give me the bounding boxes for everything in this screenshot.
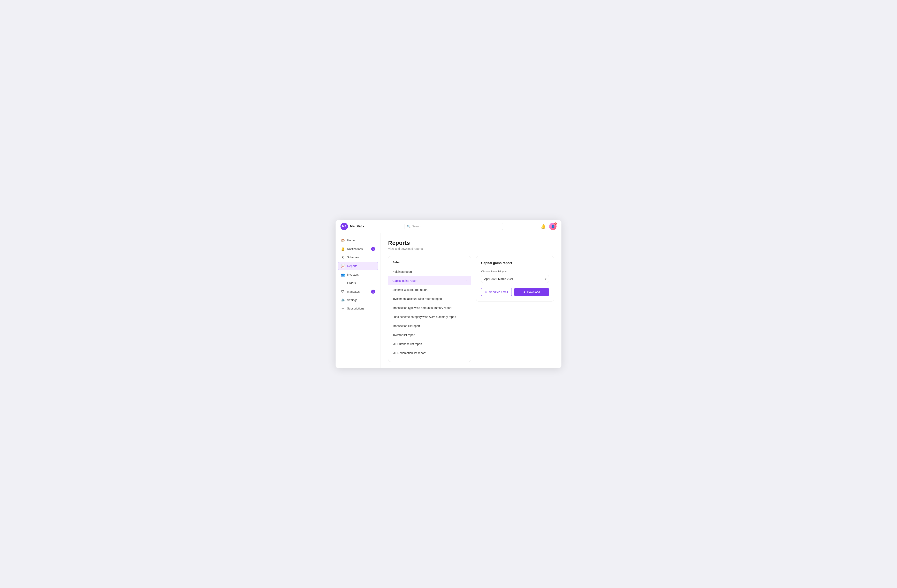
report-item-investment-account[interactable]: Investment account wise returns report (388, 294, 471, 303)
schemes-icon: ₹ (341, 255, 344, 260)
fy-select[interactable]: April 2023-March 2024 April 2022-March 2… (481, 275, 549, 283)
orders-icon: ☰ (341, 281, 344, 285)
topbar: MS MF Stack 🔍 🔔 👤 1 (335, 220, 562, 233)
sidebar-label-subscriptions: Subscriptions (347, 307, 364, 310)
report-item-mf-purchase[interactable]: MF Purchase list report (388, 339, 471, 348)
notifications-icon: 🔔 (341, 247, 344, 251)
sidebar-label-settings: Settings (347, 298, 358, 302)
page-subtitle: View and download reports (388, 247, 554, 250)
report-label-investment-account: Investment account wise returns report (392, 297, 442, 301)
mandates-icon: 🛡 (341, 290, 344, 293)
reports-layout: Select Holdings report Capital gains rep… (388, 256, 554, 362)
sidebar-label-notifications: Notifications (347, 247, 363, 250)
user-avatar-wrapper: 👤 1 (549, 223, 557, 230)
report-label-mf-redemption: MF Redemption list report (392, 351, 426, 355)
user-notification-badge: 1 (554, 222, 557, 225)
search-input[interactable] (404, 223, 503, 230)
logo-area: MS MF Stack (340, 223, 386, 230)
sidebar-item-subscriptions[interactable]: ↩ Subscriptions (338, 305, 378, 313)
chevron-right-icon: › (466, 279, 467, 283)
send-via-email-button[interactable]: ✉ Send via email (481, 288, 512, 296)
sidebar-label-orders: Orders (347, 281, 356, 285)
reports-icon: 📈 (341, 264, 345, 268)
report-label-transaction-list: Transaction list report (392, 324, 420, 328)
report-label-scheme-wise-returns: Scheme wise returns report (392, 288, 427, 292)
notifications-badge: 1 (371, 247, 375, 251)
report-label-holdings: Holdings report (392, 270, 412, 273)
sidebar-label-schemes: Schemes (347, 256, 359, 259)
sidebar-item-settings[interactable]: ⚙️ Settings (338, 296, 378, 304)
sidebar-label-reports: Reports (347, 264, 357, 267)
report-item-holdings[interactable]: Holdings report (388, 267, 471, 276)
fy-select-wrapper: April 2023-March 2024 April 2022-March 2… (481, 275, 549, 283)
logo-avatar: MS (340, 223, 348, 230)
sidebar-item-home[interactable]: 🏠 Home (338, 237, 378, 244)
sidebar-label-home: Home (347, 239, 355, 242)
sidebar-item-notifications[interactable]: 🔔 Notifications 1 (338, 245, 378, 253)
bell-icon[interactable]: 🔔 (541, 224, 546, 229)
app-window: MS MF Stack 🔍 🔔 👤 1 🏠 Hom (335, 220, 562, 368)
btn-download-label: Download (527, 290, 540, 294)
investors-icon: 👥 (341, 273, 344, 276)
sidebar-item-reports[interactable]: 📈 Reports (338, 262, 378, 270)
sidebar-item-investors[interactable]: 👥 Investors (338, 271, 378, 279)
report-item-investor-list[interactable]: Investor list report (388, 330, 471, 339)
sidebar-item-schemes[interactable]: ₹ Schemes (338, 254, 378, 261)
report-item-capital-gains[interactable]: Capital gains report › (388, 276, 471, 285)
report-item-fund-scheme[interactable]: Fund scheme category wise AUM summary re… (388, 312, 471, 321)
capital-gains-card: Capital gains report Choose financial ye… (476, 256, 554, 301)
cg-actions: ✉ Send via email ⬇ Download (481, 288, 549, 296)
sidebar-item-mandates[interactable]: 🛡 Mandates 1 (338, 287, 378, 296)
report-item-mf-redemption[interactable]: MF Redemption list report (388, 348, 471, 357)
capital-gains-title: Capital gains report (481, 261, 549, 265)
page-header: Reports View and download reports (388, 240, 554, 250)
content-area: Reports View and download reports Select… (381, 233, 562, 368)
mandates-badge: 1 (371, 290, 375, 294)
report-item-transaction-list[interactable]: Transaction list report (388, 321, 471, 330)
main-layout: 🏠 Home 🔔 Notifications 1 ₹ Schemes 📈 Rep… (335, 233, 562, 368)
fy-label: Choose financial year (481, 270, 549, 273)
sidebar: 🏠 Home 🔔 Notifications 1 ₹ Schemes 📈 Rep… (335, 233, 381, 368)
download-button[interactable]: ⬇ Download (514, 288, 549, 296)
search-icon: 🔍 (407, 225, 410, 228)
report-label-capital-gains: Capital gains report (392, 279, 417, 283)
download-icon: ⬇ (523, 290, 525, 294)
topbar-actions: 🔔 👤 1 (541, 223, 557, 230)
home-icon: 🏠 (341, 238, 344, 242)
settings-icon: ⚙️ (341, 298, 344, 302)
report-label-transaction-type: Transaction type wise amount summary rep… (392, 306, 452, 310)
report-label-fund-scheme: Fund scheme category wise AUM summary re… (392, 315, 456, 319)
sidebar-item-orders[interactable]: ☰ Orders (338, 279, 378, 287)
report-item-transaction-type[interactable]: Transaction type wise amount summary rep… (388, 303, 471, 312)
sidebar-label-mandates: Mandates (347, 290, 360, 293)
reports-list-header: Select (388, 260, 471, 267)
subscriptions-icon: ↩ (341, 307, 344, 310)
page-title: Reports (388, 240, 554, 246)
sidebar-label-investors: Investors (347, 273, 359, 276)
btn-email-label: Send via email (489, 290, 508, 294)
report-label-investor-list: Investor list report (392, 333, 415, 337)
search-bar: 🔍 (404, 223, 503, 230)
reports-list-card: Select Holdings report Capital gains rep… (388, 256, 471, 362)
report-item-scheme-wise-returns[interactable]: Scheme wise returns report (388, 285, 471, 294)
email-icon: ✉ (485, 290, 487, 294)
logo-name: MF Stack (350, 225, 364, 228)
report-label-mf-purchase: MF Purchase list report (392, 342, 422, 346)
